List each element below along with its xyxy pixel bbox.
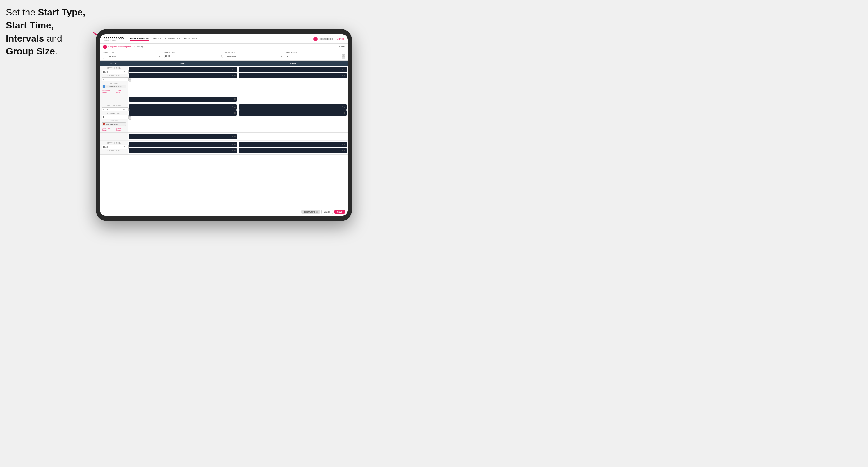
intervals-select[interactable]: 10 Minutes 8 Minutes 12 Minutes	[225, 54, 284, 59]
clock-icon-1: ⏱	[123, 71, 125, 73]
sign-out-link[interactable]: Sign out	[337, 38, 344, 40]
player-row-3-2: ✕ ☰	[129, 111, 237, 116]
player-row-2-2: ✕ ☰	[239, 73, 347, 78]
player-row-3b-1: ✕ ☰	[129, 134, 237, 139]
instruction-prefix: Set the	[6, 7, 38, 18]
player-row-1-1: ✕ ☰	[129, 67, 237, 72]
nav-tabs: TOURNAMENTS TEAMS COMMITTEE RANKINGS	[130, 37, 313, 41]
start-time-label: Start Time	[164, 52, 223, 53]
nav-tab-committee[interactable]: COMMITTEE	[165, 37, 180, 41]
tee-group-1b: ✕ ☰	[100, 95, 348, 103]
team1-col-2: ✕ ☰ ✕ ☰	[128, 103, 238, 132]
nav-right: blair@clippd.io | Sign out	[313, 37, 344, 41]
logo-area: SCOREBOARD Powered by clipp...	[103, 37, 124, 41]
course-tag-2: E East Lake GC ×	[102, 122, 126, 126]
player-remove-3b-1[interactable]: ✕ ☰	[231, 135, 236, 138]
hole-input-2[interactable]	[102, 115, 128, 119]
player-remove-2-2[interactable]: ✕ ☰	[341, 74, 345, 77]
separator: |	[334, 38, 335, 40]
instruction-middle: and	[44, 33, 62, 43]
intervals-label: Intervals	[225, 52, 284, 53]
player-remove-3-2[interactable]: ✕ ☰	[231, 112, 236, 114]
player-row-1-2: ✕ ☰	[129, 73, 237, 78]
starting-hole-label-3: STARTING HOLE:	[102, 150, 126, 152]
player-row-1b-1: ✕ ☰	[129, 97, 237, 102]
navbar: SCOREBOARD Powered by clipp... TOURNAMEN…	[100, 34, 348, 43]
player-remove-5-1[interactable]: ✕ ☰	[231, 143, 236, 146]
course-label-2: COURSE:	[102, 120, 126, 122]
intervals-field: Intervals 10 Minutes 8 Minutes 12 Minute…	[225, 52, 284, 59]
back-button[interactable]: ‹ Back	[339, 45, 345, 48]
remove-group-1[interactable]: ○ Remove Group	[102, 90, 115, 93]
reset-changes-button[interactable]: Reset Changes	[301, 210, 320, 214]
cancel-button[interactable]: Cancel	[321, 210, 333, 214]
tee-left-1b	[100, 95, 128, 103]
table-header: Tee Time Team 1 Team 2	[100, 61, 348, 66]
instruction-bold1: Start Type,	[38, 7, 85, 18]
th-tee-time: Tee Time	[100, 61, 128, 66]
player-remove-6-1[interactable]: ✕ ☰	[341, 143, 345, 146]
player-remove-4-2[interactable]: ✕ ☰	[341, 112, 345, 114]
instruction-suffix: .	[55, 46, 58, 56]
player-row-4-2: ✕ ☰	[239, 111, 347, 116]
stepper-down-button[interactable]: ▼	[342, 57, 345, 59]
clock-icon-2: ⏱	[123, 108, 125, 111]
start-time-input[interactable]	[164, 54, 223, 58]
player-remove-1-2[interactable]: ✕ ☰	[231, 74, 236, 77]
nav-tab-teams[interactable]: TEAMS	[153, 37, 161, 41]
breadcrumb-logo	[103, 45, 107, 49]
player-remove-2-1[interactable]: ✕ ☰	[341, 68, 345, 71]
tee-left-2b	[100, 133, 128, 141]
starting-time-label-1: STARTING TIME:	[102, 67, 126, 69]
time-input-wrapper-2: ⏱	[102, 107, 126, 112]
player-remove-4-1[interactable]: ✕ ☰	[341, 106, 345, 108]
instruction-text: Set the Start Type, Start Time, Interval…	[6, 6, 93, 58]
start-type-field: Start Type 1st Tee Start Shotgun Start	[103, 52, 162, 59]
breadcrumb-sep: ›	[134, 45, 135, 48]
add-group-1[interactable]: + Add Group	[116, 90, 126, 93]
group-size-field: Group Size ▲ ▼	[286, 52, 345, 59]
nav-tab-rankings[interactable]: RANKINGS	[184, 37, 197, 41]
add-group-2[interactable]: + Add Group	[116, 127, 126, 131]
action-links-1: ○ Remove Group + Add Group	[102, 90, 126, 93]
stepper-up-button[interactable]: ▲	[342, 54, 345, 57]
player-row-6-1: ✕ ☰	[239, 142, 347, 147]
player-row-3-1: ✕ ☰	[129, 104, 237, 110]
hole-input-1[interactable]	[102, 77, 128, 82]
course-remove-2[interactable]: ×	[117, 123, 118, 125]
nav-tab-tournaments[interactable]: TOURNAMENTS	[130, 37, 149, 41]
footer-bar: Reset Changes Cancel Save	[100, 208, 348, 216]
tee-group-3: STARTING TIME: ⏱ STARTING HOLE: ✕ ☰ ✕ ☰	[100, 141, 348, 155]
action-links-2: ○ Remove Group + Add Group	[102, 127, 126, 131]
team1-col-1b: ✕ ☰	[128, 95, 238, 103]
group-size-input[interactable]	[286, 54, 342, 59]
course-name-2: East Lake GC	[106, 123, 117, 125]
course-name-1: (A) Peachtree GC	[106, 86, 120, 88]
breadcrumb-tournament[interactable]: Clippd Invitational (Mar...)	[108, 45, 133, 48]
team2-col-1b	[238, 95, 348, 103]
player-remove-1-1[interactable]: ✕ ☰	[231, 68, 236, 71]
th-team2: Team 2	[238, 61, 348, 66]
save-button[interactable]: Save	[334, 210, 345, 214]
instruction-bold2: Start Time,	[6, 20, 54, 31]
tee-group-1: STARTING TIME: ⏱ STARTING HOLE: ▲ ▼ COUR…	[100, 66, 348, 95]
player-row-5-1: ✕ ☰	[129, 142, 237, 147]
player-remove-1b-1[interactable]: ✕ ☰	[231, 98, 236, 100]
starting-hole-label-2: STARTING HOLE:	[102, 112, 126, 114]
player-remove-3-1[interactable]: ✕ ☰	[231, 106, 236, 108]
player-remove-5-2[interactable]: ✕ ☰	[231, 150, 236, 152]
stepper-buttons: ▲ ▼	[342, 54, 345, 58]
course-remove-1[interactable]: ×	[120, 86, 122, 88]
course-tag-1: A (A) Peachtree GC ×	[102, 85, 126, 88]
start-time-wrapper: ⏱	[164, 54, 223, 58]
player-remove-6-2[interactable]: ✕ ☰	[341, 150, 345, 152]
instruction-bold4: Group Size	[6, 46, 55, 56]
team1-col-2b: ✕ ☰	[128, 133, 238, 141]
remove-group-2[interactable]: ○ Remove Group	[102, 127, 115, 131]
team1-col-1: ✕ ☰ ✕ ☰	[128, 66, 238, 95]
start-type-select[interactable]: 1st Tee Start Shotgun Start	[103, 54, 162, 59]
time-input-wrapper-1: ⏱	[102, 70, 126, 74]
user-avatar	[313, 37, 317, 41]
team2-col-2b	[238, 133, 348, 141]
settings-bar: Start Type 1st Tee Start Shotgun Start S…	[100, 50, 348, 61]
